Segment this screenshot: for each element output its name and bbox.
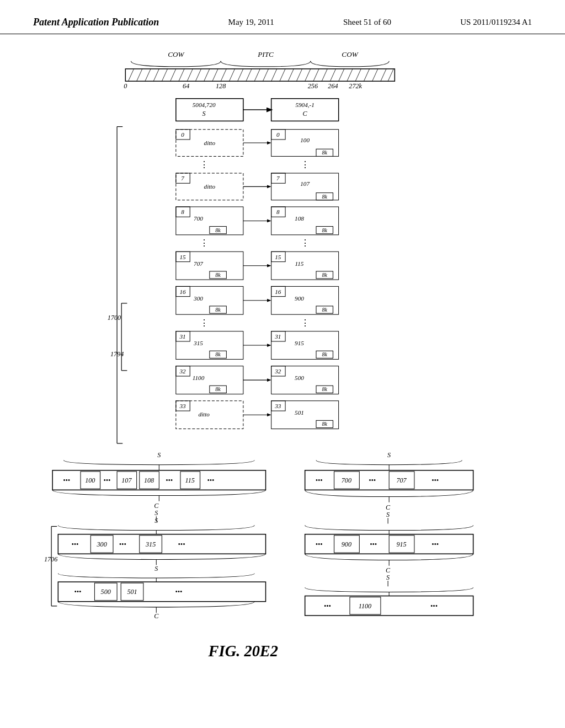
svg-line-11 bbox=[221, 69, 226, 81]
lower-right-s-label: S bbox=[386, 511, 390, 518]
row16-right-size-text: 8k bbox=[322, 307, 327, 313]
row8-left-id: 8 bbox=[181, 208, 184, 215]
axis-256: 256 bbox=[308, 82, 318, 90]
lower-right-s3-brace bbox=[305, 587, 473, 592]
row0-left-id: 0 bbox=[181, 131, 184, 138]
rr2-dots1: ••• bbox=[316, 540, 323, 548]
svg-line-4 bbox=[162, 69, 167, 81]
svg-line-13 bbox=[238, 69, 243, 81]
row33-left-id: 33 bbox=[179, 403, 186, 409]
dots-1: ⋮ bbox=[200, 160, 209, 170]
rr3-dots2: ••• bbox=[430, 602, 438, 610]
patent-number: US 2011/0119234 A1 bbox=[460, 18, 532, 27]
brace-1700: 1700 bbox=[108, 314, 121, 322]
dots-1r: ⋮ bbox=[301, 160, 310, 170]
rr3-1100: 1100 bbox=[359, 602, 371, 610]
row15-right-val: 115 bbox=[295, 260, 304, 267]
svg-line-19 bbox=[288, 69, 294, 81]
dots-2: ⋮ bbox=[200, 238, 209, 248]
lr2-dots1: ••• bbox=[71, 540, 78, 548]
axis-0: 0 bbox=[124, 82, 127, 90]
row32-left-id: 32 bbox=[179, 368, 186, 374]
figure-svg: COW PITC COW bbox=[22, 40, 543, 713]
cow-left-brace bbox=[131, 61, 221, 67]
row33-left-val: ditto bbox=[198, 411, 210, 417]
dots-3: ⋮ bbox=[200, 318, 209, 328]
lr1-107: 107 bbox=[121, 477, 132, 484]
lr3-dots1: ••• bbox=[74, 588, 82, 596]
row16-right-val: 900 bbox=[295, 295, 304, 302]
row32-right-val: 500 bbox=[295, 374, 304, 381]
row7-left-val: ditto bbox=[204, 183, 216, 190]
row0-right-size-text: 8k bbox=[322, 149, 327, 156]
lower-left-s1-label: S bbox=[157, 451, 161, 459]
row16-right-id: 16 bbox=[275, 288, 281, 295]
row8-right-block bbox=[271, 207, 339, 235]
svg-line-8 bbox=[195, 69, 201, 81]
svg-line-24 bbox=[330, 69, 335, 81]
row16-left-size-text: 8k bbox=[215, 307, 221, 313]
lower-left-s1-brace bbox=[64, 461, 255, 465]
row31-right-block bbox=[271, 331, 339, 360]
row8-right-size-text: 8k bbox=[322, 227, 327, 233]
svg-line-28 bbox=[364, 69, 369, 81]
svg-line-1 bbox=[137, 69, 142, 81]
svg-line-10 bbox=[212, 69, 218, 81]
svg-line-25 bbox=[339, 69, 344, 81]
row33-right-id: 33 bbox=[274, 403, 281, 409]
svg-line-30 bbox=[381, 69, 386, 81]
row15-right-id: 15 bbox=[275, 254, 281, 260]
lr3-500: 500 bbox=[101, 588, 111, 596]
lower-left-row3 bbox=[58, 582, 265, 602]
lower-right-s2-brace bbox=[305, 525, 473, 530]
row15-left-id: 15 bbox=[179, 254, 186, 260]
figure-caption: FIG. 20E2 bbox=[208, 643, 278, 660]
page-header: Patent Application Publication May 19, 2… bbox=[0, 0, 565, 34]
row0-left-val: ditto bbox=[204, 140, 216, 146]
rr1-dots2: ••• bbox=[369, 477, 376, 484]
row31-left-id: 31 bbox=[179, 333, 185, 340]
dots-2r: ⋮ bbox=[301, 238, 310, 248]
row8-right-id: 8 bbox=[276, 208, 280, 215]
lr1-108: 108 bbox=[144, 477, 154, 484]
lr3-501: 501 bbox=[127, 588, 137, 596]
cow-right-label: COW bbox=[342, 50, 358, 58]
svg-line-21 bbox=[305, 69, 311, 81]
lower-s-top: S bbox=[154, 517, 158, 524]
row31-left-size-text: 8k bbox=[215, 351, 221, 357]
svg-line-16 bbox=[263, 69, 268, 81]
lower-right-s1-label: S bbox=[387, 451, 391, 459]
row32-left-val: 1100 bbox=[193, 374, 205, 381]
svg-line-18 bbox=[280, 69, 285, 81]
rr2-915: 915 bbox=[396, 540, 406, 548]
rr2-dots2: ••• bbox=[370, 540, 377, 548]
row33-right-val: 501 bbox=[295, 409, 304, 416]
row33-right-size-text: 8k bbox=[322, 421, 327, 427]
svg-line-22 bbox=[313, 69, 319, 81]
lower-left-row1-bot-brace bbox=[52, 490, 265, 495]
lower-left-s2-brace bbox=[58, 525, 254, 530]
lower-c-bot-label: C bbox=[154, 612, 159, 620]
svg-line-5 bbox=[170, 69, 176, 81]
lower-right-row1-bot-brace bbox=[305, 490, 473, 496]
row15-right-size-text: 8k bbox=[322, 272, 327, 278]
block-5004-720-sub: S bbox=[202, 110, 206, 117]
axis-272k: 272k bbox=[349, 82, 362, 90]
lr1-dots2: ••• bbox=[103, 477, 110, 484]
row31-left-val: 315 bbox=[193, 340, 203, 346]
row31-right-val: 915 bbox=[295, 340, 304, 346]
rr1-707: 707 bbox=[396, 477, 407, 484]
lower-s-label2: S bbox=[154, 509, 158, 517]
row8-right-val: 108 bbox=[295, 215, 304, 222]
row16-right-block bbox=[271, 286, 339, 314]
svg-line-31 bbox=[388, 69, 393, 81]
row32-right-block bbox=[271, 366, 339, 394]
axis-128: 128 bbox=[216, 82, 226, 90]
block-5004-720-title: 5004,720 bbox=[193, 101, 216, 108]
lower-right-c-label: C bbox=[386, 504, 391, 511]
row8-left-val: 700 bbox=[194, 215, 203, 222]
pitc-label: PITC bbox=[257, 50, 274, 58]
rr2-dots3: ••• bbox=[431, 540, 439, 548]
axis-264: 264 bbox=[328, 82, 338, 90]
svg-line-17 bbox=[271, 69, 277, 81]
